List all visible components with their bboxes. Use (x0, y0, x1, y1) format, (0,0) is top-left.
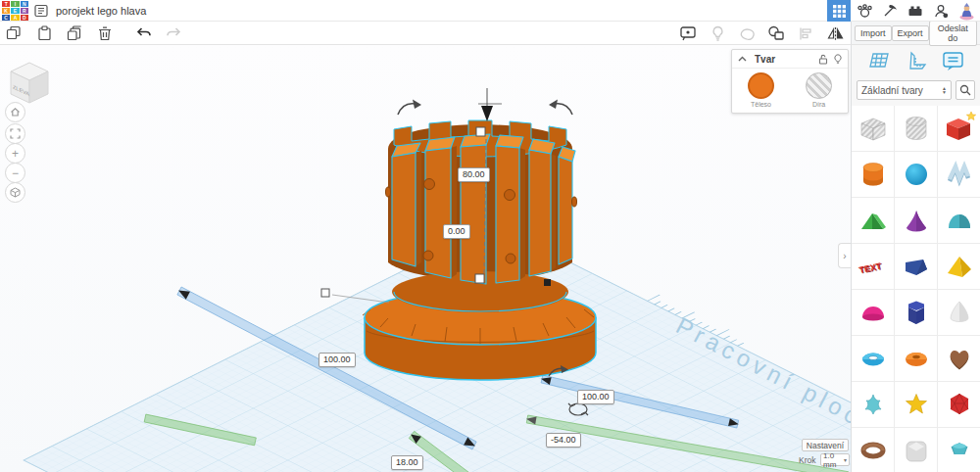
shape-tile-icosahedron[interactable] (938, 382, 980, 427)
dim-size-left-field[interactable]: 100.00 (318, 353, 356, 367)
shape-tile-starfish[interactable] (852, 382, 894, 427)
paste-button[interactable] (34, 24, 54, 43)
green-roof-icon (857, 204, 890, 237)
group-button[interactable] (766, 24, 786, 43)
undo-button[interactable] (133, 24, 153, 43)
caret-down-icon: ▾ (844, 456, 847, 463)
tinkercad-logo[interactable]: TIN KER CAD (2, 1, 28, 21)
rotate-arrow-top-left[interactable] (398, 100, 421, 116)
home-view-button[interactable] (5, 102, 25, 122)
shape-tile-half-sphere[interactable] (852, 290, 894, 335)
duplicate-button[interactable] (65, 24, 84, 43)
shape-tile-sphere[interactable] (895, 152, 937, 197)
grid-settings-button[interactable]: Nastavení (802, 439, 849, 451)
shape-tile-cone-purple[interactable] (895, 198, 937, 243)
shape-tile-hole-box[interactable] (852, 106, 894, 151)
search-button[interactable] (956, 80, 975, 100)
shape-tile-red-box[interactable] (938, 106, 980, 151)
text-shape-icon: TEXT TEXT (856, 250, 891, 283)
shape-tile-heart[interactable] (938, 336, 980, 381)
dim-elevation-field[interactable]: 0.00 (443, 224, 470, 239)
shape-tile-torus[interactable] (852, 336, 894, 381)
annotate-button[interactable] (678, 24, 698, 43)
delete-button[interactable] (95, 24, 115, 43)
shape-tile-star[interactable] (895, 382, 937, 427)
blue-torus-icon (857, 342, 890, 375)
shape-tile-text[interactable]: TEXT TEXT (852, 244, 894, 289)
viewport-3d[interactable]: Pracovní plocha (0, 45, 851, 472)
export-button[interactable]: Export (892, 25, 929, 41)
design-title[interactable]: porojekt lego hlava (56, 5, 146, 17)
account-button[interactable] (929, 0, 953, 22)
import-button[interactable]: Import (855, 25, 892, 41)
collapse-chevron-icon[interactable] (738, 56, 747, 62)
user-avatar[interactable] (955, 0, 978, 22)
tinkercad-window: TIN KER CAD porojekt lego hlava (0, 0, 980, 472)
teal-round-roof-icon (943, 204, 976, 237)
hole-swatch[interactable]: Díra (806, 72, 832, 108)
shape-tile-dice[interactable] (895, 428, 937, 472)
shape-tile-cylinder[interactable] (852, 152, 894, 197)
perspective-toggle-button[interactable] (5, 182, 25, 203)
person-icon (933, 3, 950, 20)
step-select[interactable]: 1.0 mm▾ (820, 453, 850, 466)
send-to-button[interactable]: Odeslat do (929, 21, 977, 46)
solid-swatch[interactable]: Těleso (748, 72, 774, 108)
dim-step-field[interactable]: 18.00 (391, 455, 423, 470)
shape-tile-pyramid[interactable] (938, 244, 980, 289)
bricks-button[interactable] (904, 0, 927, 22)
scale-handle-left[interactable] (321, 289, 329, 297)
hole-box-icon (857, 112, 890, 145)
gray-dice-icon (900, 434, 933, 467)
freeform-button[interactable] (737, 24, 757, 43)
shape-tile-scribble[interactable] (938, 152, 980, 197)
zoom-in-button[interactable]: + (5, 143, 25, 164)
edit-toolbar (0, 22, 851, 45)
dim-offset-field[interactable]: -54.00 (546, 433, 581, 448)
shape-inspector-panel: Tvar Těleso Díra (731, 49, 849, 114)
shape-tile-paraboloid[interactable] (938, 290, 980, 335)
raise-cone-handle[interactable] (481, 106, 493, 121)
build-pickaxe-button[interactable] (878, 0, 902, 22)
shape-category-select[interactable]: Základní tvary ▲▼ (857, 80, 952, 100)
copy-button[interactable] (4, 24, 24, 43)
shape-tile-gem[interactable] (938, 428, 980, 472)
redo-button[interactable] (164, 24, 183, 43)
edit-toolbar-left (4, 22, 183, 45)
header-app-switcher (827, 0, 978, 22)
visibility-bulb-icon[interactable] (834, 54, 842, 65)
shape-tile-roof[interactable] (852, 198, 894, 243)
dim-size-right-field[interactable]: 100.00 (577, 390, 614, 404)
align-button[interactable] (796, 24, 815, 43)
fit-view-button[interactable] (5, 123, 25, 144)
scale-handle-right[interactable] (544, 279, 551, 286)
header-bar: TIN KER CAD porojekt lego hlava (0, 0, 980, 22)
design-properties-icon[interactable] (34, 4, 48, 22)
tinker-claw-button[interactable] (853, 0, 876, 22)
rotate-arrow-top-right[interactable] (549, 100, 572, 116)
zoom-out-button[interactable]: − (5, 163, 25, 183)
lego-brick-icon (907, 4, 923, 18)
lock-icon[interactable] (818, 54, 828, 65)
avatar-gnome-icon (957, 2, 976, 21)
shape-tile-torus-thick[interactable] (895, 336, 937, 381)
dashboard-grid-button[interactable] (827, 0, 851, 22)
sidebar-collapse-tab[interactable]: › (838, 243, 851, 268)
shape-tile-ring[interactable] (852, 428, 894, 472)
shape-tile-hole-cylinder[interactable] (895, 106, 937, 151)
notes-tool-icon[interactable] (942, 50, 964, 73)
mirror-button[interactable] (825, 24, 845, 43)
hint-bulb-button[interactable] (708, 24, 727, 43)
white-paraboloid-icon (943, 296, 976, 329)
navy-hex-prism-icon (900, 296, 933, 329)
workplane-tool-icon[interactable] (867, 50, 892, 73)
ruler-tool-icon[interactable] (905, 50, 929, 73)
shape-tile-hex-prism[interactable] (895, 290, 937, 335)
scene-3d: Pracovní plocha (0, 45, 851, 472)
dim-height-field[interactable]: 80.00 (458, 167, 490, 182)
grid-icon (833, 5, 846, 18)
workplane-handle[interactable] (475, 274, 484, 283)
shape-tile-round-roof[interactable] (938, 198, 980, 243)
shape-tile-wedge[interactable] (895, 244, 937, 289)
scale-handle-top[interactable] (476, 127, 485, 136)
